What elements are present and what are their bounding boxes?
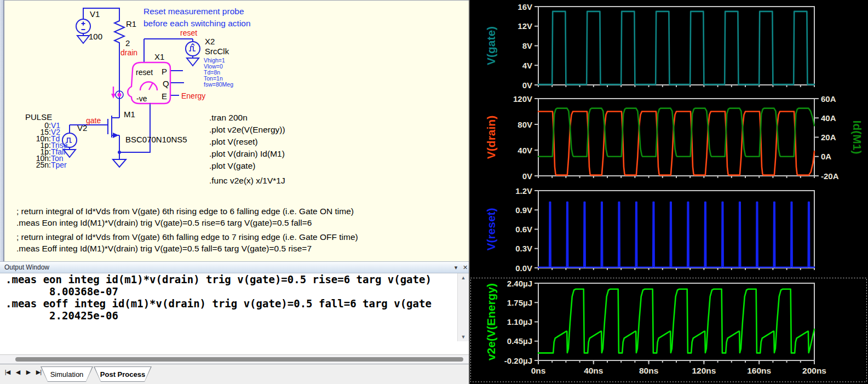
- spice-directives[interactable]: .tran 200n .plot v2e(V(Energy)) .plot V(…: [209, 113, 285, 185]
- output-window-header[interactable]: Output Window ▾ ✕: [0, 261, 470, 273]
- x-tick-label: 200ns: [802, 366, 826, 375]
- y-tick-label: 0A: [821, 152, 831, 161]
- left-panel: V1 100 R1 2 drain: [0, 0, 470, 384]
- meas-directives[interactable]: ; return integral of Id*Vds from V(gate)…: [16, 207, 358, 253]
- m1-arrow-icon: [113, 133, 119, 138]
- y-tick-label: 20A: [821, 133, 836, 142]
- annotation-comment[interactable]: Reset measurement probe: [143, 7, 244, 16]
- wire-v1-to-r1[interactable]: [83, 8, 119, 19]
- r1-name[interactable]: R1: [126, 19, 136, 28]
- schematic-svg[interactable]: V1 100 R1 2 drain: [4, 1, 469, 261]
- output-log[interactable]: .meas eon integ id(m1)*v(drain) trig v(g…: [0, 273, 457, 341]
- pulse-param: Tper: [51, 161, 67, 169]
- directive[interactable]: .plot V(reset): [209, 137, 258, 146]
- waveform-viewer: 16V12V8V4V0VV(gate)120V80V40V0VV(drain)6…: [469, 0, 868, 384]
- x2-param[interactable]: fsw=80Meg: [204, 81, 233, 88]
- directive[interactable]: .plot v2e(V(Energy)): [209, 125, 285, 134]
- y-tick-label: 1.10µJ: [507, 317, 532, 326]
- directive[interactable]: .func v2e(x) x/1V*1J: [209, 176, 285, 185]
- meter-needle-icon: [149, 83, 153, 90]
- plot-pane-vdrain-id: 120V80V40V0VV(drain)60A40A20A0A-20AId(M1…: [485, 94, 864, 181]
- meas-comment[interactable]: ; return integral of Id*Vds from V(gate)…: [16, 207, 354, 216]
- y-tick-label: 0.45µJ: [507, 336, 532, 346]
- y-tick-label: 0.0V: [515, 263, 532, 273]
- plot-box-vreset[interactable]: [538, 191, 814, 268]
- x-tick-label: 80ns: [639, 366, 658, 375]
- net-label-gate[interactable]: gate: [86, 116, 101, 125]
- directive[interactable]: .plot V(gate): [209, 161, 255, 170]
- y-tick-label: 1.2V: [515, 186, 532, 196]
- scroll-down-icon[interactable]: ▼: [458, 334, 469, 340]
- y-tick-label: 60A: [821, 94, 836, 104]
- x1-port-reset: reset: [136, 68, 153, 77]
- component-m1[interactable]: M1 BSC070N10NS5: [108, 110, 187, 167]
- pulse-value: 25n: [36, 161, 49, 169]
- meas-comment[interactable]: ; return integral of Id*Vds from V(gate)…: [16, 232, 358, 242]
- y-tick-label: 80V: [518, 120, 532, 129]
- tab-simulation[interactable]: Simulation: [41, 366, 93, 382]
- trace-v2e-v-energy-: [538, 289, 814, 353]
- wires[interactable]: [70, 8, 193, 152]
- m1-model[interactable]: BSC070N10NS5: [125, 135, 187, 144]
- x2-type[interactable]: SrcClk: [205, 47, 229, 56]
- y-tick-label: 12V: [518, 21, 532, 31]
- horizontal-scrollbar-thumb[interactable]: [15, 357, 463, 362]
- trace-v-reset-: [538, 202, 814, 267]
- v2-name[interactable]: V2: [77, 123, 87, 133]
- directive[interactable]: .plot V(drain) Id(M1): [209, 149, 285, 158]
- v1-polarity-icon: [82, 22, 85, 30]
- svg-text::Tper: :Tper: [49, 161, 67, 169]
- probe-arrowhead-icon: [111, 94, 116, 99]
- axis-label-vreset-left: V(reset): [485, 208, 497, 250]
- net-label-energy[interactable]: Energy: [181, 91, 205, 100]
- pulse-title: PULSE: [25, 112, 52, 122]
- y-tick-label: 0.3V: [515, 244, 532, 253]
- current-probe[interactable]: [111, 87, 123, 99]
- net-label-reset[interactable]: reset: [180, 28, 197, 37]
- collapse-icon[interactable]: ▾: [451, 264, 461, 271]
- tab-simulation-label[interactable]: Simulation: [41, 367, 93, 381]
- nav-prev-icon[interactable]: ◀: [14, 369, 22, 376]
- tab-post-process-label[interactable]: Post Process: [94, 367, 151, 381]
- horizontal-scrollbar[interactable]: [0, 355, 470, 364]
- schematic-canvas[interactable]: V1 100 R1 2 drain: [4, 0, 469, 261]
- y-tick-label: 0V: [522, 81, 532, 90]
- scroll-up-icon[interactable]: ▲: [458, 275, 469, 280]
- net-label-drain[interactable]: drain: [120, 48, 137, 57]
- component-v2[interactable]: V2: [62, 123, 87, 157]
- directive[interactable]: .tran 200n: [209, 113, 248, 122]
- v1-name[interactable]: V1: [90, 9, 100, 19]
- output-vertical-scrollbar[interactable]: ▲ ▼: [457, 273, 469, 341]
- clock-glyph-icon: [189, 44, 196, 51]
- trace-v-gate-: [538, 12, 814, 84]
- plot-pane-vgate: 16V12V8V4V0VV(gate): [485, 2, 814, 90]
- window-frame-strip: [0, 0, 4, 261]
- annotation-comment[interactable]: before each switching action: [143, 19, 251, 28]
- tab-post-process[interactable]: Post Process: [94, 366, 152, 382]
- component-v1[interactable]: V1 100: [76, 9, 102, 43]
- pulse-param-block[interactable]: PULSE 0 :V1 15 :V2 10n :Td 1p :Trise 1p …: [25, 112, 68, 169]
- plot-box-vdrain-id[interactable]: [538, 99, 814, 176]
- tab-nav-buttons: |◀ ◀ ▶ ▶|: [3, 369, 43, 376]
- x1-port-neg: -ve: [136, 94, 147, 103]
- x2-name[interactable]: X2: [205, 37, 215, 46]
- y-tick-label: -20A: [821, 171, 839, 181]
- meas-directive[interactable]: .meas Eon integ Id(M1)*V(drain) trig V(g…: [16, 218, 312, 227]
- component-x2[interactable]: X2 SrcClk Vhigh=1 Vlow=0 Td=8n Ton=1n fs…: [186, 37, 233, 88]
- axis-label-vdrain-id-left: V(drain): [485, 116, 497, 159]
- r1-value[interactable]: 2: [125, 38, 130, 48]
- v1-value[interactable]: 100: [89, 32, 102, 41]
- nav-next-icon[interactable]: ▶: [24, 369, 32, 376]
- y-tick-label: 120V: [513, 94, 532, 104]
- log-line: .meas eon integ id(m1)*v(drain) trig v(g…: [0, 273, 457, 285]
- y-tick-label: -0.20µJ: [504, 356, 532, 365]
- y-tick-label: 0.6V: [515, 225, 532, 234]
- meas-directive[interactable]: .meas Eoff integ Id(M1)*V(drain) trig V(…: [16, 244, 312, 253]
- m1-name[interactable]: M1: [124, 110, 135, 119]
- component-x1[interactable]: X1 reset P Q E -ve: [128, 52, 170, 104]
- x-tick-label: 160ns: [747, 366, 771, 375]
- nav-first-icon[interactable]: |◀: [3, 369, 12, 376]
- component-r1[interactable]: R1 2: [114, 19, 136, 48]
- x1-name[interactable]: X1: [154, 52, 164, 61]
- axis-label-energy-left: v2e(V(Energy): [485, 283, 497, 360]
